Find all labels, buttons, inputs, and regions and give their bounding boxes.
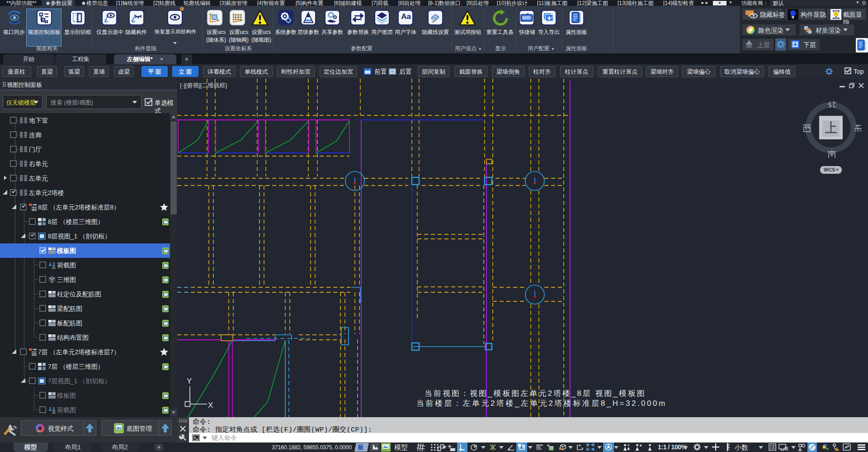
svg-text:Y: Y (187, 377, 192, 385)
svg-text:x: x (212, 12, 213, 15)
svg-text:X: X (208, 401, 213, 409)
